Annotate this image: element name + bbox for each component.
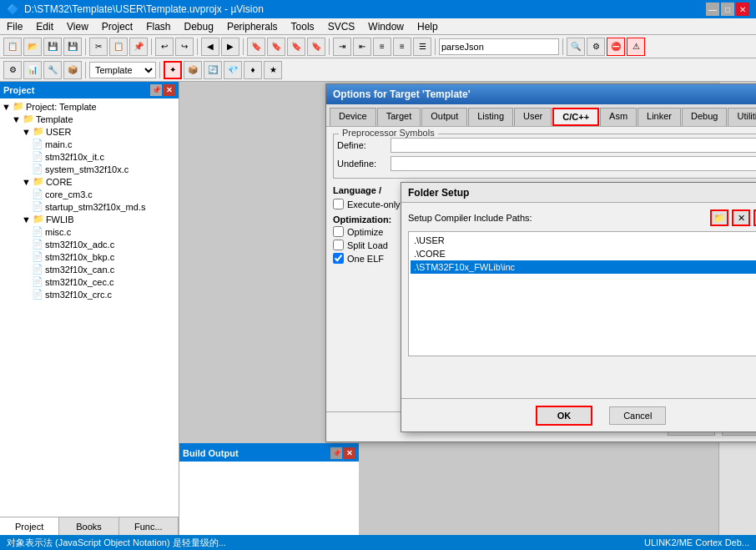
- paste-button[interactable]: 📌: [129, 38, 148, 56]
- tab-target[interactable]: Target: [377, 108, 421, 126]
- tab-output[interactable]: Output: [421, 108, 467, 126]
- build3-button[interactable]: 🔧: [43, 61, 62, 79]
- tree-startup[interactable]: 📄 startup_stm32f10x_md.s: [2, 200, 177, 213]
- undo-button[interactable]: ↩: [155, 38, 174, 56]
- minimize-button[interactable]: —: [706, 3, 719, 16]
- execute-only-checkbox[interactable]: [333, 199, 344, 209]
- menu-view[interactable]: View: [60, 19, 95, 34]
- tab-user[interactable]: User: [514, 108, 552, 126]
- copy-button[interactable]: 📋: [109, 38, 128, 56]
- bookmark-button[interactable]: 🔖: [247, 38, 265, 56]
- open-button[interactable]: 📂: [23, 38, 42, 56]
- folder-cancel-button[interactable]: Cancel: [609, 406, 666, 425]
- one-elf-checkbox[interactable]: [333, 253, 344, 264]
- search-button[interactable]: 🔍: [567, 38, 585, 56]
- tree-crc-c[interactable]: 📄 stm32f10x_crc.c: [2, 288, 177, 300]
- folder-new-button[interactable]: 📁: [710, 209, 728, 226]
- stop-button[interactable]: ⛔: [607, 38, 625, 56]
- gem-button[interactable]: 💎: [224, 61, 242, 79]
- package-button[interactable]: 📦: [184, 61, 202, 79]
- folder-ok-button[interactable]: OK: [536, 406, 593, 426]
- redo-button[interactable]: ↪: [175, 38, 194, 56]
- bookmark2-button[interactable]: 🔖: [267, 38, 285, 56]
- tree-main-c[interactable]: 📄 main.c: [2, 138, 177, 150]
- unindent-button[interactable]: ⇤: [353, 38, 371, 56]
- tab-linker[interactable]: Linker: [638, 108, 681, 126]
- tree-core-folder[interactable]: ▼ 📁 CORE: [2, 175, 177, 188]
- star-button[interactable]: ★: [264, 61, 282, 79]
- tree-system-c[interactable]: 📄 system_stm32f10x.c: [2, 163, 177, 175]
- format-button[interactable]: ≡: [373, 38, 391, 56]
- cec-icon: 📄: [32, 276, 43, 287]
- tree-user-folder[interactable]: ▼ 📁 USER: [2, 125, 177, 138]
- new-file-button[interactable]: 📋: [3, 38, 22, 56]
- tab-books[interactable]: Books: [59, 517, 118, 535]
- tree-core-cm3[interactable]: 📄 core_cm3.c: [2, 188, 177, 200]
- tab-listing[interactable]: Listing: [468, 108, 513, 126]
- tab-asm[interactable]: Asm: [600, 108, 637, 126]
- can-icon: 📄: [32, 264, 43, 275]
- tree-fwlib-folder[interactable]: ▼ 📁 FWLIB: [2, 213, 177, 225]
- format2-button[interactable]: ≡: [393, 38, 411, 56]
- split-load-checkbox[interactable]: [333, 240, 344, 250]
- optimizer-checkbox[interactable]: [333, 226, 344, 237]
- magic-wand-button[interactable]: ✦: [164, 61, 182, 79]
- build-target-button[interactable]: ⚙: [3, 61, 22, 79]
- panel-pin-button[interactable]: 📌: [150, 84, 162, 96]
- tree-bkp-c[interactable]: 📄 stm32f10x_bkp.c: [2, 250, 177, 263]
- bookmark4-button[interactable]: 🔖: [307, 38, 325, 56]
- tab-func[interactable]: Func...: [119, 517, 179, 535]
- menu-window[interactable]: Window: [361, 19, 411, 34]
- tree-misc-c[interactable]: 📄 misc.c: [2, 225, 177, 238]
- format3-button[interactable]: ☰: [413, 38, 431, 56]
- back-button[interactable]: ◀: [201, 38, 219, 56]
- build2-button[interactable]: 📊: [23, 61, 42, 79]
- tree-template[interactable]: ▼ 📁 Template: [2, 113, 177, 125]
- forward-button[interactable]: ▶: [221, 38, 239, 56]
- tree-adc-c[interactable]: 📄 stm32f10x_adc.c: [2, 238, 177, 250]
- root-label: Project: Template: [26, 102, 97, 112]
- indent-button[interactable]: ⇥: [333, 38, 351, 56]
- menu-help[interactable]: Help: [411, 19, 445, 34]
- tree-root[interactable]: ▼ 📁 Project: Template: [2, 100, 177, 113]
- folder-path-user[interactable]: .\USER: [411, 234, 756, 247]
- tab-cpp[interactable]: C/C++: [552, 108, 599, 126]
- search-input[interactable]: [439, 38, 559, 55]
- tab-debug[interactable]: Debug: [682, 108, 727, 126]
- tree-it-c[interactable]: 📄 stm32f10x_it.c: [2, 150, 177, 163]
- menu-svcs[interactable]: SVCS: [321, 19, 362, 34]
- build-pin-button[interactable]: 📌: [330, 447, 342, 459]
- tree-can-c[interactable]: 📄 stm32f10x_can.c: [2, 263, 177, 275]
- menu-flash[interactable]: Flash: [139, 19, 177, 34]
- folder-dialog: Folder Setup ? ✕ Setup Compiler Include …: [401, 182, 756, 432]
- save-all-button[interactable]: 💾: [63, 38, 82, 56]
- panel-close-button[interactable]: ✕: [164, 84, 175, 96]
- tab-project[interactable]: Project: [0, 517, 59, 535]
- menu-tools[interactable]: Tools: [285, 19, 321, 34]
- tab-utilities[interactable]: Utilities: [728, 108, 756, 126]
- folder-delete-button[interactable]: ✕: [732, 209, 750, 226]
- define-input[interactable]: [391, 138, 756, 153]
- bookmark3-button[interactable]: 🔖: [287, 38, 305, 56]
- diamond-button[interactable]: ♦: [244, 61, 262, 79]
- tree-cec-c[interactable]: 📄 stm32f10x_cec.c: [2, 275, 177, 288]
- menu-file[interactable]: File: [0, 19, 29, 34]
- undefine-input[interactable]: [391, 156, 756, 171]
- target-select[interactable]: Template: [89, 62, 156, 78]
- maximize-button[interactable]: □: [721, 3, 734, 16]
- menu-edit[interactable]: Edit: [29, 19, 60, 34]
- menu-debug[interactable]: Debug: [178, 19, 220, 34]
- build4-button[interactable]: 📦: [63, 61, 82, 79]
- folder-path-core[interactable]: .\CORE: [411, 247, 756, 260]
- error-button[interactable]: ⚠: [627, 38, 645, 56]
- tab-device[interactable]: Device: [330, 108, 376, 126]
- debug-button[interactable]: ⚙: [587, 38, 605, 56]
- folder-path-fwlib[interactable]: .\STM32F10x_FWLib\inc: [411, 260, 756, 274]
- cut-button[interactable]: ✂: [89, 38, 108, 56]
- refresh-button[interactable]: 🔄: [204, 61, 222, 79]
- close-button[interactable]: ✕: [736, 3, 749, 16]
- build-close-button[interactable]: ✕: [344, 447, 355, 459]
- menu-project[interactable]: Project: [95, 19, 139, 34]
- menu-peripherals[interactable]: Peripherals: [220, 19, 285, 34]
- save-button[interactable]: 💾: [43, 38, 62, 56]
